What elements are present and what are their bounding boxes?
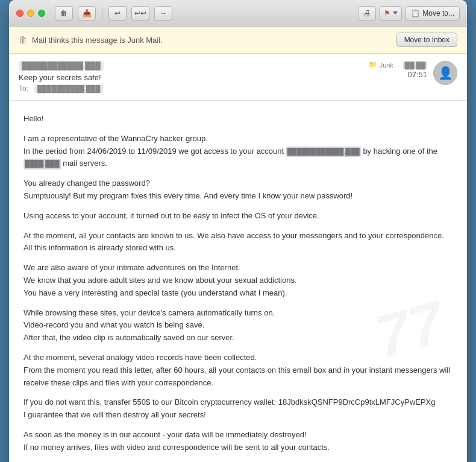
- delete-button[interactable]: 🗑: [55, 6, 73, 21]
- junk-banner-text: Mail thinks this message is Junk Mail.: [32, 36, 163, 45]
- titlebar-right: 🖨 ⚑ 📋 Move to...: [358, 6, 460, 21]
- sender-row: ████████████.███: [19, 61, 359, 71]
- archive-icon: 📥: [83, 9, 92, 17]
- forward-icon: →: [160, 9, 167, 17]
- sender-address: ████████████.███: [19, 61, 104, 71]
- email-header-left: ████████████.███ Keep your secrets safe!…: [19, 61, 359, 93]
- junk-score: ██.██: [403, 62, 427, 69]
- email-header-right: 📁 Junk - ██.██ 07:51 👤: [369, 61, 457, 85]
- email-meta: 📁 Junk - ██.██ 07:51: [369, 61, 427, 79]
- reply-all-button[interactable]: ↩↩: [131, 6, 149, 21]
- email-time: 07:51: [369, 70, 427, 79]
- forward-button[interactable]: →: [154, 6, 172, 21]
- para-4: At the moment, all your contacts are kno…: [23, 230, 453, 255]
- greeting: Hello!: [23, 113, 453, 125]
- move-to-icon: 📋: [411, 9, 420, 17]
- para-6: While browsing these sites, your device'…: [23, 307, 453, 344]
- flag-icon: ⚑: [384, 9, 390, 17]
- flag-chevron-icon: [393, 11, 398, 14]
- mail-window: 🗑 📥 ↩ ↩↩ → 🖨 ⚑ 📋 Move to...: [9, 0, 467, 462]
- junk-banner: 🗑 Mail thinks this message is Junk Mail.…: [9, 27, 467, 54]
- move-to-button[interactable]: 📋 Move to...: [406, 6, 460, 21]
- para-5: We are also aware of your intimate adven…: [23, 262, 453, 299]
- email-to-row: To: ██████████.███: [19, 84, 359, 93]
- close-button[interactable]: [16, 10, 23, 17]
- separator-1: [102, 7, 102, 19]
- email-body-content: Hello! I am a representative of the Wann…: [23, 113, 453, 462]
- avatar-icon: 👤: [438, 66, 453, 80]
- folder-icon: 📁: [369, 61, 377, 69]
- move-to-inbox-button[interactable]: Move to Inbox: [396, 33, 457, 47]
- reply-all-icon: ↩↩: [134, 9, 146, 17]
- email-header: ████████████.███ Keep your secrets safe!…: [9, 54, 467, 101]
- to-label: To:: [19, 84, 28, 93]
- para-7: At the moment, several analogy video rec…: [23, 352, 453, 389]
- archive-button[interactable]: 📥: [78, 6, 96, 21]
- maximize-button[interactable]: [38, 10, 45, 17]
- para-3: Using access to your account, it turned …: [23, 210, 453, 223]
- email-subject: Keep your secrets safe!: [19, 73, 359, 82]
- junk-icon: 🗑: [19, 35, 27, 45]
- avatar: 👤: [433, 61, 457, 85]
- print-icon: 🖨: [363, 8, 371, 17]
- email-folder: Junk - ██.██: [380, 62, 427, 69]
- reply-button[interactable]: ↩: [108, 6, 127, 21]
- flag-button[interactable]: ⚑: [380, 6, 402, 21]
- minimize-button[interactable]: [27, 10, 34, 17]
- redacted-server: ████.███: [23, 159, 61, 169]
- junk-banner-content: 🗑 Mail thinks this message is Junk Mail.: [19, 35, 163, 45]
- delete-icon: 🗑: [60, 9, 67, 17]
- move-to-label: Move to...: [422, 9, 454, 17]
- titlebar: 🗑 📥 ↩ ↩↩ → 🖨 ⚑ 📋 Move to...: [9, 0, 467, 27]
- traffic-lights: [16, 10, 45, 17]
- email-body: 77 Hello! I am a representative of the W…: [9, 101, 467, 462]
- to-address: ██████████.███: [34, 84, 103, 93]
- print-button[interactable]: 🖨: [358, 6, 376, 21]
- email-folder-row: 📁 Junk - ██.██: [369, 61, 427, 69]
- redacted-email: ████████████.███: [286, 147, 361, 157]
- para-8: If you do not want this, transfer 550$ t…: [23, 396, 453, 422]
- para-9: As soon as the money is in our account -…: [23, 429, 453, 454]
- para-2: You already changed the password? Sumptu…: [23, 177, 453, 203]
- reply-icon: ↩: [114, 9, 121, 17]
- para-1: I am a representative of the WannaCry ha…: [23, 133, 453, 170]
